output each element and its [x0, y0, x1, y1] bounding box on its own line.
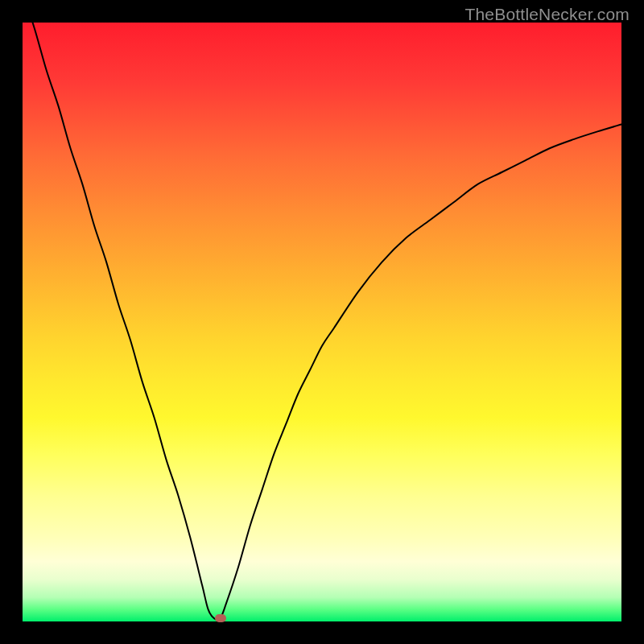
- chart-frame: TheBottleNecker.com: [0, 0, 644, 644]
- plot-area: [23, 23, 621, 621]
- watermark-text: TheBottleNecker.com: [464, 5, 630, 24]
- optimal-point-marker: [215, 614, 226, 622]
- bottleneck-curve: [23, 23, 621, 621]
